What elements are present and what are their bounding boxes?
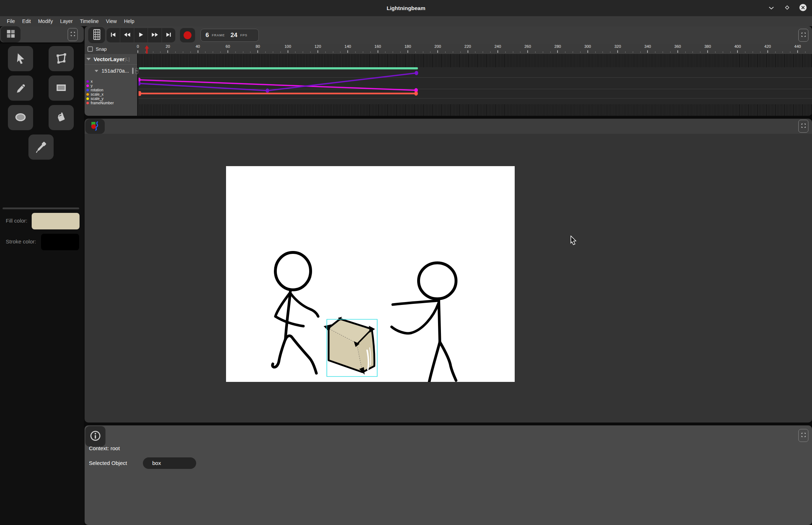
canvas-expand-button[interactable] <box>798 120 808 133</box>
rewind-button[interactable] <box>120 28 134 42</box>
menu-layer[interactable]: Layer <box>57 16 76 26</box>
stage-shape[interactable] <box>419 263 456 299</box>
stage-shape[interactable] <box>429 342 440 382</box>
info-expand-button[interactable] <box>798 429 808 442</box>
record-button[interactable] <box>180 28 195 42</box>
paint-bucket-tool-button[interactable] <box>49 105 74 130</box>
ruler-tick-minor <box>640 51 641 53</box>
stage-artwork[interactable] <box>226 166 515 382</box>
stage[interactable] <box>226 166 515 382</box>
play-icon <box>138 32 144 38</box>
timeline-expand-button[interactable] <box>798 29 808 42</box>
property-row-x[interactable]: x <box>85 79 138 83</box>
menu-timeline[interactable]: Timeline <box>76 16 102 26</box>
fill-color-swatch[interactable] <box>32 213 80 229</box>
ruler-tick-minor <box>430 51 430 53</box>
rectangle-tool-button[interactable] <box>49 76 74 101</box>
stage-shape[interactable] <box>440 342 456 380</box>
fast-forward-button[interactable] <box>148 28 162 42</box>
keyframe-dot[interactable] <box>266 88 269 93</box>
stage-shape[interactable] <box>392 303 438 333</box>
ruler-tick-minor <box>415 51 416 53</box>
property-row-scale_y[interactable]: scale_y <box>85 96 138 101</box>
canvas-area[interactable] <box>85 134 812 423</box>
ruler-tick-major <box>737 50 738 53</box>
layer-ease-button[interactable]: ~ <box>135 68 138 74</box>
property-row-scale_x[interactable]: scale_x <box>85 92 138 96</box>
frame-value[interactable]: 6 <box>206 32 209 39</box>
ruler-number: 320 <box>614 44 621 49</box>
menu-modify[interactable]: Modify <box>35 16 57 26</box>
property-row-frameNumber[interactable]: frameNumber <box>85 101 138 105</box>
keyframe-dot[interactable] <box>414 91 418 96</box>
ruler-tick-major <box>557 50 558 53</box>
timeline-tracks[interactable] <box>139 54 812 116</box>
pencil-tool-button[interactable] <box>8 76 33 101</box>
skip-end-button[interactable] <box>162 28 175 42</box>
pencil-icon <box>14 81 27 96</box>
snap-checkbox[interactable] <box>87 46 93 52</box>
tools-expand-button[interactable] <box>68 28 78 41</box>
keyframe-dot[interactable] <box>139 81 141 86</box>
property-label: scale_y <box>91 96 104 101</box>
ruler-tick-minor <box>520 51 520 53</box>
menu-file[interactable]: File <box>3 16 19 26</box>
tools-panel-tab[interactable] <box>1 26 21 42</box>
frame-fps-box[interactable]: 6 FRAME 24 FPS <box>200 29 259 42</box>
ruler-tick-minor <box>445 51 446 53</box>
stage-shape[interactable] <box>272 339 285 367</box>
menu-edit[interactable]: Edit <box>19 16 35 26</box>
ruler-tick-minor <box>153 51 153 53</box>
layer-row[interactable]: VectorLayer[L] <box>85 54 137 65</box>
menu-help[interactable]: Help <box>120 16 138 26</box>
collapse-arrow-icon[interactable] <box>95 70 98 72</box>
ruler-tick-minor <box>610 51 610 53</box>
stage-shape[interactable] <box>285 336 316 373</box>
info-panel-tab[interactable] <box>85 426 105 447</box>
keyframe-dot[interactable] <box>415 71 418 75</box>
ruler-tick-minor <box>573 51 573 53</box>
transform-tool-button[interactable] <box>49 46 74 71</box>
ruler-tick-minor <box>535 51 536 53</box>
property-row-y[interactable]: y <box>85 83 138 88</box>
selected-object-field[interactable]: box <box>143 457 196 469</box>
ruler-number: 100 <box>284 44 291 49</box>
keyframe-span-bar[interactable] <box>139 67 418 69</box>
ruler-number: 240 <box>495 44 501 49</box>
playhead[interactable] <box>144 45 149 54</box>
stroke-color-swatch[interactable] <box>41 234 79 250</box>
ruler-tick-minor <box>753 51 753 53</box>
y-curve[interactable] <box>139 80 416 90</box>
collapse-arrow-icon[interactable] <box>86 58 91 60</box>
timeline-ruler[interactable]: Snap 02040608010012014016018020022024026… <box>85 44 812 54</box>
skip-start-button[interactable] <box>107 28 120 42</box>
ellipse-tool-button[interactable] <box>8 105 33 130</box>
menu-view[interactable]: View <box>102 16 120 26</box>
property-row-rotation[interactable]: rotation <box>85 88 138 92</box>
stage-shape[interactable] <box>275 252 311 290</box>
canvas-panel-tab[interactable] <box>85 119 105 134</box>
shade-window-button[interactable] <box>767 4 775 12</box>
sublayer-row[interactable]: 151ad70a... ~ <box>85 65 137 77</box>
ruler-tick-minor <box>782 51 783 53</box>
eyedropper-tool-button[interactable] <box>28 134 54 160</box>
fps-value[interactable]: 24 <box>230 32 237 39</box>
ruler-tick-minor <box>250 51 251 53</box>
select-tool-button[interactable] <box>8 46 33 71</box>
layer-visibility-button[interactable] <box>132 68 134 74</box>
keyframe-dot[interactable] <box>139 91 141 96</box>
ruler-tick-minor <box>723 51 723 53</box>
expand-icon <box>70 31 76 38</box>
ruler-tick-major <box>317 50 318 53</box>
ruler-tick-major <box>647 50 648 53</box>
stage-shape[interactable] <box>291 294 318 316</box>
ruler-tick-minor <box>685 51 686 53</box>
maximize-window-button[interactable] <box>783 4 791 12</box>
close-window-button[interactable] <box>799 4 807 12</box>
stage-shape[interactable] <box>393 301 438 305</box>
play-button[interactable] <box>134 28 148 42</box>
ruler-tick-minor <box>333 51 333 53</box>
timeline-panel-tab[interactable] <box>88 27 105 43</box>
animation-curves[interactable] <box>139 54 812 116</box>
ruler-tick-major <box>407 50 408 53</box>
